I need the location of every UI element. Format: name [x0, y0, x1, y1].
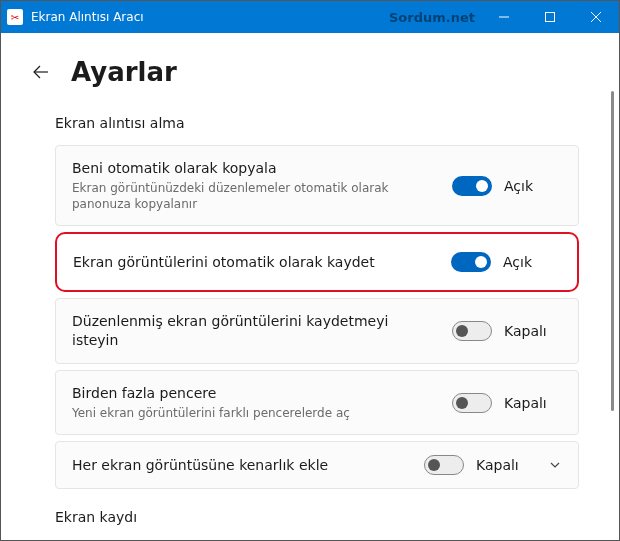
section-capture-label: Ekran alıntısı alma — [55, 115, 583, 131]
setting-auto-copy[interactable]: Beni otomatik olarak kopyala Ekran görün… — [55, 145, 579, 226]
setting-add-border[interactable]: Her ekran görüntüsüne kenarlık ekle Kapa… — [55, 441, 579, 489]
setting-title: Her ekran görüntüsüne kenarlık ekle — [72, 456, 410, 475]
toggle-state-label: Açık — [503, 254, 545, 270]
setting-multi-window[interactable]: Birden fazla pencere Yeni ekran görüntül… — [55, 370, 579, 435]
watermark: Sordum.net — [389, 10, 475, 25]
titlebar: ✂ Ekran Alıntısı Aracı Sordum.net — [1, 1, 619, 33]
section-recording-label: Ekran kaydı — [55, 509, 583, 525]
app-icon: ✂ — [7, 9, 23, 25]
setting-title: Beni otomatik olarak kopyala — [72, 159, 438, 178]
toggle-state-label: Kapalı — [504, 395, 546, 411]
chevron-down-icon[interactable] — [548, 459, 562, 471]
minimize-button[interactable] — [481, 1, 527, 33]
page-title: Ayarlar — [71, 57, 177, 87]
setting-title: Düzenlenmiş ekran görüntülerini kaydetme… — [72, 312, 438, 350]
toggle-ask-save-edited[interactable] — [452, 321, 492, 341]
content-area: Ayarlar Ekran alıntısı alma Beni otomati… — [1, 33, 619, 540]
setting-auto-save[interactable]: Ekran görüntülerini otomatik olarak kayd… — [55, 232, 579, 292]
close-button[interactable] — [573, 1, 619, 33]
back-button[interactable] — [31, 62, 51, 82]
toggle-state-label: Kapalı — [504, 323, 546, 339]
setting-ask-save-edited[interactable]: Düzenlenmiş ekran görüntülerini kaydetme… — [55, 298, 579, 364]
toggle-state-label: Açık — [504, 178, 546, 194]
toggle-state-label: Kapalı — [476, 457, 518, 473]
setting-title: Ekran görüntülerini otomatik olarak kayd… — [73, 253, 437, 272]
toggle-auto-save[interactable] — [451, 252, 491, 272]
window-title: Ekran Alıntısı Aracı — [31, 10, 389, 24]
toggle-multi-window[interactable] — [452, 393, 492, 413]
setting-desc: Yeni ekran görüntülerini farklı pencerel… — [72, 405, 438, 421]
scrollbar[interactable] — [611, 91, 614, 411]
maximize-button[interactable] — [527, 1, 573, 33]
toggle-auto-copy[interactable] — [452, 176, 492, 196]
setting-title: Birden fazla pencere — [72, 384, 438, 403]
setting-desc: Ekran görüntünüzdeki düzenlemeler otomat… — [72, 180, 438, 212]
svg-rect-1 — [546, 13, 555, 22]
toggle-add-border[interactable] — [424, 455, 464, 475]
